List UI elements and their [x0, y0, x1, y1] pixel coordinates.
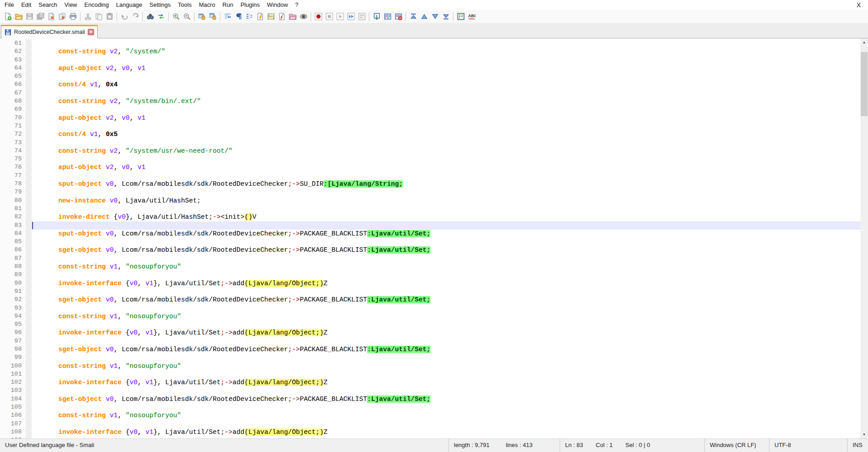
print-button[interactable] [67, 11, 78, 22]
code-line-94[interactable]: 94const-string v1, "nosoupforyou" [0, 312, 860, 320]
line-number[interactable]: 73 [0, 139, 26, 147]
code-line-74[interactable]: 74const-string v2, "/system/usr/we-need-… [0, 147, 860, 155]
sync-horizontal-scroll-button[interactable] [207, 11, 218, 22]
first-difference-button[interactable] [408, 11, 419, 22]
line-number[interactable]: 62 [0, 47, 26, 56]
line-number[interactable]: 64 [0, 64, 26, 72]
code-line-85[interactable]: 85 [0, 238, 860, 246]
status-encoding[interactable]: UTF-8 [769, 439, 847, 452]
line-number[interactable]: 100 [0, 362, 26, 370]
status-eol-format[interactable]: Windows (CR LF) [704, 439, 769, 452]
menu-view[interactable]: View [61, 0, 81, 10]
code-line-62[interactable]: 62const-string v2, "/system/" [0, 47, 860, 56]
run-macro-multiple-button[interactable] [345, 11, 356, 22]
code-line-82[interactable]: 82invoke-direct {v0}, Ljava/util/HashSet… [0, 213, 860, 221]
code-area[interactable]: 6162const-string v2, "/system/"6364aput-… [0, 38, 860, 438]
compare-clear-button[interactable] [393, 11, 404, 22]
code-line-77[interactable]: 77 [0, 172, 860, 180]
code-line-101[interactable]: 101 [0, 370, 860, 378]
status-insert-mode[interactable]: INS [847, 439, 868, 452]
code-line-70[interactable]: 70aput-object v2, v0, v1 [0, 114, 860, 122]
line-number[interactable]: 95 [0, 320, 26, 329]
find-button[interactable] [145, 11, 156, 22]
menu-help[interactable]: ? [292, 0, 302, 10]
compare-nav-bar-button[interactable] [455, 11, 466, 22]
line-number[interactable]: 77 [0, 172, 26, 180]
line-number[interactable]: 96 [0, 329, 26, 337]
line-number[interactable]: 63 [0, 56, 26, 64]
line-number[interactable]: 78 [0, 180, 26, 188]
code-line-63[interactable]: 63 [0, 56, 860, 64]
code-line-80[interactable]: 80new-instance v0, Ljava/util/HashSet; [0, 197, 860, 205]
compare-set-first-button[interactable] [371, 11, 382, 22]
code-line-93[interactable]: 93 [0, 304, 860, 312]
scrollbar-thumb[interactable] [861, 52, 868, 116]
previous-difference-button[interactable] [419, 11, 429, 22]
record-macro-button[interactable] [313, 11, 324, 22]
code-line-95[interactable]: 95 [0, 320, 860, 329]
code-line-67[interactable]: 67 [0, 89, 860, 97]
line-number[interactable]: 97 [0, 337, 26, 345]
code-line-104[interactable]: 104sget-object v0, Lcom/rsa/mobilesdk/sd… [0, 395, 860, 403]
document-monitoring-button[interactable] [298, 11, 309, 22]
menu-tools[interactable]: Tools [175, 0, 195, 10]
line-number[interactable]: 102 [0, 378, 26, 386]
line-number[interactable]: 90 [0, 279, 26, 287]
line-number[interactable]: 88 [0, 263, 26, 271]
line-number[interactable]: 94 [0, 312, 26, 320]
menu-window[interactable]: Window [264, 0, 292, 10]
menu-encoding[interactable]: Encoding [81, 0, 113, 10]
line-number[interactable]: 61 [0, 39, 26, 47]
user-defined-dialog-button[interactable] [255, 11, 265, 22]
line-number[interactable]: 89 [0, 271, 26, 279]
folder-as-workspace-button[interactable] [287, 11, 298, 22]
code-line-109[interactable]: 109 [0, 436, 860, 438]
window-close-button[interactable]: X [849, 1, 868, 9]
zoom-out-button[interactable] [181, 11, 192, 22]
indent-guide-button[interactable] [244, 11, 255, 22]
code-line-71[interactable]: 71 [0, 122, 860, 130]
code-line-92[interactable]: 92sget-object v0, Lcom/rsa/mobilesdk/sdk… [0, 296, 860, 304]
code-line-96[interactable]: 96invoke-interface {v0, v1}, Ljava/util/… [0, 329, 860, 337]
compare-button[interactable] [382, 11, 393, 22]
line-number[interactable]: 75 [0, 155, 26, 163]
word-wrap-button[interactable] [222, 11, 233, 22]
line-number[interactable]: 106 [0, 411, 26, 419]
code-line-106[interactable]: 106const-string v1, "nosoupforyou" [0, 411, 860, 419]
code-line-68[interactable]: 68const-string v2, "/system/bin/.ext/" [0, 97, 860, 105]
spell-check-button[interactable]: ABC [466, 11, 477, 22]
line-number[interactable]: 87 [0, 254, 26, 263]
line-number[interactable]: 103 [0, 386, 26, 395]
code-line-78[interactable]: 78sput-object v0, Lcom/rsa/mobilesdk/sdk… [0, 180, 860, 188]
document-map-button[interactable] [265, 11, 276, 22]
line-number[interactable]: 82 [0, 213, 26, 221]
code-line-107[interactable]: 107 [0, 420, 860, 428]
code-line-83[interactable]: 83 [0, 221, 860, 230]
line-number[interactable]: 65 [0, 72, 26, 80]
line-number[interactable]: 68 [0, 97, 26, 105]
line-number[interactable]: 84 [0, 230, 26, 238]
code-line-84[interactable]: 84sput-object v0, Lcom/rsa/mobilesdk/sdk… [0, 230, 860, 238]
tab-close-icon[interactable]: ✕ [88, 29, 94, 35]
code-line-81[interactable]: 81 [0, 205, 860, 213]
open-file-button[interactable] [13, 11, 24, 22]
code-line-61[interactable]: 61 [0, 39, 860, 47]
menu-macro[interactable]: Macro [195, 0, 219, 10]
zoom-in-button[interactable] [170, 11, 181, 22]
code-line-73[interactable]: 73 [0, 139, 860, 147]
new-file-button[interactable] [2, 11, 13, 22]
next-difference-button[interactable] [429, 11, 440, 22]
menu-edit[interactable]: Edit [18, 0, 35, 10]
line-number[interactable]: 79 [0, 188, 26, 196]
code-line-88[interactable]: 88const-string v1, "nosoupforyou" [0, 263, 860, 271]
code-line-65[interactable]: 65 [0, 72, 860, 80]
menu-settings[interactable]: Settings [146, 0, 175, 10]
line-number[interactable]: 109 [0, 436, 26, 438]
code-line-98[interactable]: 98sget-object v0, Lcom/rsa/mobilesdk/sdk… [0, 345, 860, 353]
line-number[interactable]: 83 [0, 221, 26, 230]
code-line-97[interactable]: 97 [0, 337, 860, 345]
code-line-103[interactable]: 103 [0, 386, 860, 395]
line-number[interactable]: 93 [0, 304, 26, 312]
line-number[interactable]: 72 [0, 130, 26, 138]
line-number[interactable]: 80 [0, 197, 26, 205]
